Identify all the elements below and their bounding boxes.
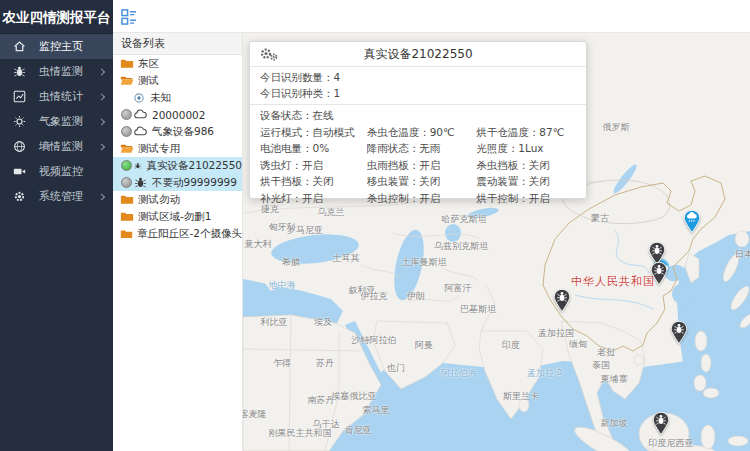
tree-item-label: 测试专用 [138,142,180,156]
popup-grid-row: 设备状态：在线 [260,107,586,124]
tree-item-label: 未知 [150,91,171,105]
sidebar-item-monitor-home[interactable]: 监控主页 [0,34,113,59]
tree-item[interactable]: 测试勿动 [113,191,242,208]
chevron-right-icon [98,143,105,150]
tree-view-toggle-icon[interactable] [121,8,138,25]
topbar [113,0,750,33]
weather-station-pin[interactable] [683,209,702,233]
tree-item[interactable]: 不要动99999999 [113,174,242,191]
tree-item-label: 真实设备21022550 [147,159,242,173]
status-dot-gray [121,177,132,188]
popup-stat-row: 今日识别种类：1 [260,85,586,101]
insect-device-pin[interactable] [670,320,689,344]
popup-title: 真实设备21022550 [363,47,472,61]
status-dot-gray [121,126,132,137]
tree-item[interactable]: 测试专用 [113,140,242,157]
popup-grid-cell: 补光灯：开启 [260,190,367,207]
popup-grid-cell: 移虫装置：关闭 [367,173,477,190]
sidebar-item-label: 监控主页 [39,39,83,54]
tree-item[interactable]: 东区 [113,55,242,72]
device-panel: 设备列表 东区测试未知20000002气象设备986测试专用真实设备210225… [113,33,243,451]
folder-icon [120,194,134,206]
tree-item-label: 20000002 [152,109,205,121]
app-root: 农业四情测报平台 监控主页虫情监测虫情统计气象监测墒情监测视频监控系统管理 设备… [0,0,750,451]
globe-icon [13,140,26,153]
insect-device-pin[interactable] [650,261,669,285]
tree-item[interactable]: 测试区域-勿删1 [113,208,242,225]
tree-item-label: 测试 [138,74,159,88]
popup-status-grid: 设备状态：在线运行模式：自动模式杀虫仓温度：90℃烘干仓温度：87℃电池电量：0… [250,105,586,206]
folder-open-icon [120,75,134,87]
status-dot-green [121,160,132,171]
sidebar-item-weather-monitor[interactable]: 气象监测 [0,109,113,134]
tree-item[interactable]: 真实设备21022550 [113,157,242,174]
popup-grid-cell: 烘干挡板：关闭 [260,173,367,190]
popup-grid-cell: 震动装置：关闭 [476,173,586,190]
sidebar-item-label: 系统管理 [39,189,83,204]
chevron-right-icon [98,193,105,200]
popup-stats: 今日识别数量：4今日识别种类：1 [250,67,586,105]
video-icon [13,165,26,178]
chevron-right-icon [98,93,105,100]
chevron-right-icon [98,68,105,75]
cloud-icon [134,126,147,138]
tree-item[interactable]: 20000002 [113,106,242,123]
status-dot-gray [121,109,132,120]
tree-item[interactable]: 章丘阳丘区-2个摄像头 [113,225,242,242]
tree-item[interactable]: 测试 [113,72,242,89]
popup-grid-cell: 烘干仓温度：87℃ [476,124,586,141]
sidebar-item-label: 气象监测 [39,114,83,129]
popup-grid-cell: 烘干控制：开启 [476,190,586,207]
sidebar-item-insect-stats[interactable]: 虫情统计 [0,84,113,109]
popup-grid-cell: 虫雨挡板：开启 [367,157,477,174]
device-popup: 真实设备21022550 今日识别数量：4今日识别种类：1 设备状态：在线运行模… [249,41,587,199]
folder-open-icon [120,143,134,155]
sidebar-item-insect-monitor[interactable]: 虫情监测 [0,59,113,84]
folder-icon [120,228,133,240]
tree-item[interactable]: 气象设备986 [113,123,242,140]
home-icon [13,40,26,53]
sidebar-item-soil-monitor[interactable]: 墒情监测 [0,134,113,159]
sidebar-item-label: 墒情监测 [39,139,83,154]
chevron-right-icon [98,118,105,125]
tree-item-label: 不要动99999999 [152,176,237,190]
insect-device-pin[interactable] [652,411,671,435]
popup-grid-cell: 杀虫控制：开启 [367,190,477,207]
device-panel-header: 设备列表 [113,33,242,55]
folder-icon [120,211,134,223]
bug-icon [134,160,142,172]
tree-item-label: 东区 [138,57,159,71]
popup-grid-cell: 降雨状态：无雨 [367,140,477,157]
target-icon [133,92,145,104]
popup-grid-cell: 杀虫仓温度：90℃ [367,124,477,141]
tree-item-label: 测试勿动 [138,193,180,207]
bug-icon [13,65,26,78]
sidebar-item-system-manage[interactable]: 系统管理 [0,184,113,209]
app-title: 农业四情测报平台 [0,0,113,34]
sidebar-menu: 监控主页虫情监测虫情统计气象监测墒情监测视频监控系统管理 [0,34,113,209]
insect-device-pin[interactable] [553,288,572,312]
popup-grid-cell: 光照度：1Lux [476,140,586,157]
sidebar-item-label: 虫情监测 [39,64,83,79]
gear-icon [13,190,26,203]
weather-icon [13,115,26,128]
device-tree: 东区测试未知20000002气象设备986测试专用真实设备21022550不要动… [113,55,242,242]
tree-item[interactable]: 未知 [113,89,242,106]
map-area[interactable]: 俄罗斯哈萨克斯坦蒙古中华人民共和国日本捷克乌克兰匈牙利罗马尼亚意大利希腊土耳其地… [243,33,750,451]
popup-header: 真实设备21022550 [250,42,586,67]
popup-grid-row: 烘干挡板：关闭移虫装置：关闭震动装置：关闭 [260,173,586,190]
bug-icon [134,177,147,189]
popup-grid-row: 补光灯：开启杀虫控制：开启烘干控制：开启 [260,190,586,207]
popup-grid-cell: 诱虫灯：开启 [260,157,367,174]
tree-item-label: 测试区域-勿删1 [138,210,211,224]
popup-grid-row: 电池电量：0%降雨状态：无雨光照度：1Lux [260,140,586,157]
tree-item-label: 气象设备986 [152,125,214,139]
popup-grid-row: 运行模式：自动模式杀虫仓温度：90℃烘干仓温度：87℃ [260,124,586,141]
popup-grid-cell: 电池电量：0% [260,140,367,157]
popup-grid-cell: 杀虫挡板：关闭 [476,157,586,174]
sidebar-item-video-monitor[interactable]: 视频监控 [0,159,113,184]
folder-icon [120,58,134,70]
settings-gears-icon[interactable] [259,46,279,62]
tree-item-label: 章丘阳丘区-2个摄像头 [137,227,242,241]
sidebar: 农业四情测报平台 监控主页虫情监测虫情统计气象监测墒情监测视频监控系统管理 [0,0,113,451]
